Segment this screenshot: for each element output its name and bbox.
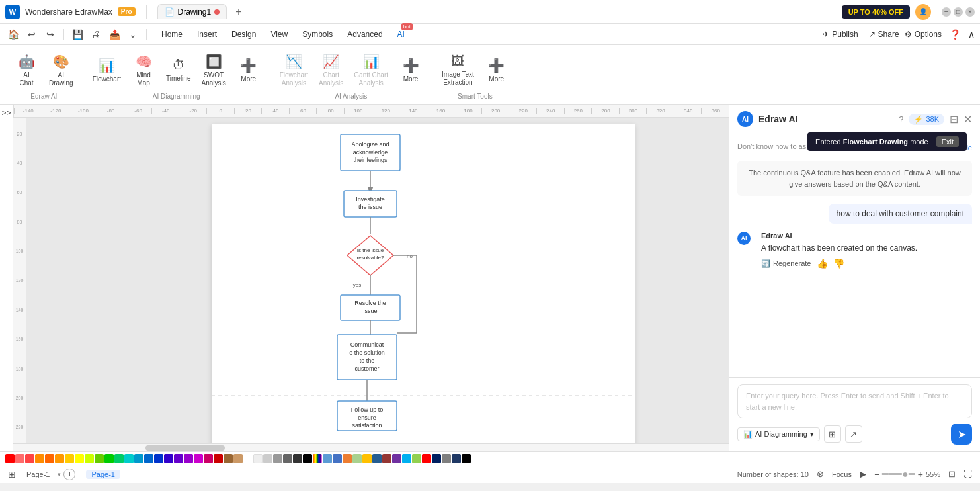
color-orange[interactable] — [45, 454, 54, 463]
dislike-button[interactable]: 👎 — [833, 258, 844, 269]
color-cyan[interactable] — [124, 454, 134, 463]
color-purple[interactable] — [174, 454, 183, 463]
add-page-button[interactable]: + — [63, 469, 75, 480]
color-royal-blue[interactable] — [333, 454, 342, 463]
maximize-button[interactable]: □ — [954, 7, 963, 17]
close-button[interactable]: × — [965, 7, 975, 17]
more-button[interactable]: ⌄ — [125, 26, 141, 42]
ai-export-button[interactable]: ↗ — [845, 425, 862, 443]
timeline-button[interactable]: ⏱ Timeline — [162, 55, 194, 85]
mind-map-button[interactable]: 🧠 MindMap — [128, 51, 159, 90]
color-midnight[interactable] — [432, 454, 441, 463]
active-page-tab[interactable]: Page-1 — [86, 470, 120, 479]
new-tab-button[interactable]: + — [235, 6, 241, 18]
fit-page-button[interactable]: ⊡ — [948, 469, 956, 479]
focus-button[interactable]: Focus — [832, 470, 852, 478]
ai-drawing-button[interactable]: 🎨 AIDrawing — [45, 51, 77, 90]
color-yellow-green[interactable] — [412, 454, 421, 463]
color-black[interactable] — [303, 454, 312, 463]
menu-home[interactable]: Home — [155, 27, 189, 42]
scrollbar-thumb[interactable] — [145, 445, 225, 451]
menu-design[interactable]: Design — [225, 27, 263, 42]
color-blue[interactable] — [144, 454, 153, 463]
color-white[interactable] — [243, 454, 253, 463]
color-burnt-orange[interactable] — [343, 454, 352, 463]
ai-input-box[interactable]: Enter your query here. Press Enter to se… — [737, 384, 972, 418]
print-button[interactable]: 🖨 — [88, 26, 104, 42]
horizontal-scrollbar[interactable] — [13, 443, 729, 451]
grid-view-button[interactable]: ⊞ — [8, 469, 16, 480]
color-red[interactable] — [5, 454, 15, 463]
color-indigo[interactable] — [164, 454, 173, 463]
color-tan[interactable] — [233, 454, 243, 463]
color-dark-navy[interactable] — [452, 454, 461, 463]
color-dark-orange[interactable] — [35, 454, 44, 463]
menu-symbols[interactable]: Symbols — [296, 27, 339, 42]
ribbon-collapse-button[interactable]: ∧ — [968, 29, 975, 40]
color-deep-purple[interactable] — [392, 454, 401, 463]
fullscreen-button[interactable]: ⛶ — [963, 469, 972, 479]
flowchart-analysis-button[interactable]: 📉 FlowchartAnalysis — [276, 51, 312, 90]
export-button[interactable]: 📤 — [106, 26, 122, 42]
color-golden[interactable] — [362, 454, 372, 463]
analysis-more-button[interactable]: ➕ More — [395, 55, 427, 86]
color-dark-red[interactable] — [382, 454, 391, 463]
publish-button[interactable]: ✈ Publish — [817, 27, 863, 42]
color-bright-yellow[interactable] — [75, 454, 84, 463]
color-gray[interactable] — [263, 454, 272, 463]
color-magenta[interactable] — [194, 454, 203, 463]
color-red-2[interactable] — [25, 454, 34, 463]
color-bright-green[interactable] — [104, 454, 114, 463]
menu-ai[interactable]: AI hot — [391, 27, 411, 42]
color-charcoal[interactable] — [293, 454, 302, 463]
color-mint[interactable] — [114, 454, 124, 463]
page-tab-1[interactable]: Page-1 — [21, 469, 55, 480]
color-light-red[interactable] — [15, 454, 24, 463]
color-medium-gray[interactable] — [273, 454, 282, 463]
gantt-analysis-button[interactable]: 📊 Gantt ChartAnalysis — [350, 51, 392, 90]
layers-button[interactable]: ⊗ — [817, 469, 824, 479]
color-light-green[interactable] — [352, 454, 362, 463]
color-dark-blue[interactable] — [154, 454, 163, 463]
share-button[interactable]: ↗ Share — [869, 30, 899, 39]
help-button[interactable]: ❓ — [947, 26, 963, 42]
ai-mode-select[interactable]: 📊 AI Diagramming ▾ — [737, 427, 820, 441]
smart-tools-more-button[interactable]: ➕ More — [481, 55, 512, 86]
color-navy[interactable] — [372, 454, 382, 463]
minimize-button[interactable]: − — [942, 7, 951, 17]
close-panel-button[interactable]: ✕ — [963, 113, 972, 126]
swot-button[interactable]: 🔲 SWOTAnalysis — [197, 51, 229, 90]
ai-chat-button[interactable]: 🤖 AIChat — [11, 51, 42, 90]
minimize-panel-button[interactable]: ⊟ — [950, 113, 958, 126]
color-green[interactable] — [95, 454, 104, 463]
regenerate-button[interactable]: 🔄 Regenerate — [761, 259, 811, 268]
color-dark-gray[interactable] — [283, 454, 292, 463]
sidebar-collapse-button[interactable]: >> — [0, 105, 13, 451]
zoom-slider[interactable]: ━━━●━ — [882, 468, 915, 480]
color-yellow[interactable] — [65, 454, 74, 463]
color-violet[interactable] — [184, 454, 193, 463]
color-neutral-gray[interactable] — [442, 454, 451, 463]
flowchart-button[interactable]: 📊 Flowchart — [89, 55, 125, 86]
menu-view[interactable]: View — [264, 27, 294, 42]
chart-analysis-button[interactable]: 📈 ChartAnalysis — [315, 51, 347, 90]
zoom-in-button[interactable]: + — [918, 469, 923, 480]
redo-button[interactable]: ↪ — [42, 26, 58, 42]
zoom-out-button[interactable]: − — [874, 469, 879, 480]
save-button[interactable]: 💾 — [69, 26, 85, 42]
color-process-blue[interactable] — [402, 454, 411, 463]
like-button[interactable]: 👍 — [817, 258, 828, 269]
notification-exit-button[interactable]: Exit — [936, 136, 959, 147]
color-black-2[interactable] — [462, 454, 471, 463]
diagramming-more-button[interactable]: ➕ More — [233, 55, 265, 86]
color-pure-red[interactable] — [422, 454, 431, 463]
color-amber[interactable] — [55, 454, 64, 463]
menu-advanced[interactable]: Advanced — [341, 27, 389, 42]
undo-button[interactable]: ↩ — [24, 26, 40, 42]
menu-insert[interactable]: Insert — [190, 27, 224, 42]
tab-drawing1[interactable]: 📄 Drawing1 — [157, 4, 227, 19]
play-button[interactable]: ▶ — [860, 469, 866, 479]
page-dropdown-arrow[interactable]: ▾ — [58, 471, 61, 478]
user-avatar[interactable]: 👤 — [915, 4, 931, 20]
ai-send-button[interactable]: ➤ — [951, 424, 972, 445]
